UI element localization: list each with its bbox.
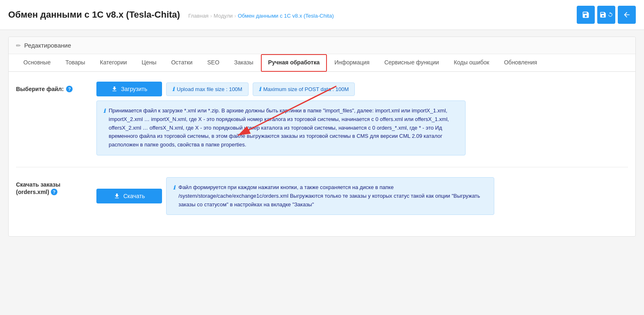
breadcrumb-modules[interactable]: Модули [214, 13, 233, 19]
tab-zakazy[interactable]: Заказы [227, 54, 261, 71]
header-actions [577, 6, 636, 24]
download-label: Скачать заказы [16, 181, 60, 188]
tab-obnovleniya[interactable]: Обновления [497, 54, 545, 71]
download-controls: Скачать ℹ Файл формируется при каждом на… [96, 177, 494, 215]
post-max-size-badge: ℹ Maximum size of POST data : 100M [253, 82, 355, 96]
breadcrumb-sep2: › [234, 13, 236, 19]
page-header: Обмен данными с 1С v8.x (Tesla-Chita) Гл… [0, 0, 644, 30]
upload-help-icon[interactable]: ? [66, 86, 73, 92]
download-button-label: Скачать [123, 193, 145, 199]
tab-informatsiya[interactable]: Информация [327, 54, 377, 71]
upload-button[interactable]: Загрузить [96, 82, 162, 96]
download-controls-row: Скачать ℹ Файл формируется при каждом на… [96, 177, 494, 215]
tab-tovary[interactable]: Товары [58, 54, 92, 71]
section-divider [16, 167, 628, 167]
pencil-icon: ✏ [16, 42, 21, 49]
tab-osnovnye[interactable]: Основные [16, 54, 58, 71]
info-icon-4: ℹ [173, 184, 175, 192]
info-icon-1: ℹ [172, 86, 174, 92]
upload-info-block: ℹ Принимается файл к загрузке *.xml или … [96, 100, 466, 155]
download-label2: (orders.xml) [16, 189, 49, 195]
download-help-icon[interactable]: ? [51, 189, 57, 195]
upload-max-size-text: Upload max file size : 100M [177, 86, 242, 92]
breadcrumb: Главная › Модули › Обмен данными с 1С v8… [188, 13, 334, 19]
save-button[interactable] [577, 6, 595, 24]
info-icon-2: ℹ [259, 86, 261, 92]
section-header-label: Редактирование [24, 42, 71, 49]
save-refresh-button[interactable] [597, 6, 615, 24]
upload-max-size-badge: ℹ Upload max file size : 100M [166, 82, 249, 96]
back-button[interactable] [618, 6, 636, 24]
content-area: Выберите файл: ? Загрузить ℹ Upload max … [9, 72, 635, 236]
tab-kategorii[interactable]: Категории [93, 54, 135, 71]
download-row: Скачать заказы (orders.xml) ? Скачать ℹ [16, 177, 628, 215]
breadcrumb-sep1: › [210, 13, 212, 19]
tabs-bar: Основные Товары Категории Цены Остатки S… [9, 54, 635, 72]
upload-button-label: Загрузить [121, 86, 147, 92]
upload-info-text: Принимается файл к загрузке *.xml или *.… [109, 107, 459, 149]
upload-controls-row: Загрузить ℹ Upload max file size : 100M … [96, 82, 466, 96]
breadcrumb-current[interactable]: Обмен данными с 1С v8.x (Tesla-Chita) [238, 13, 334, 19]
header-left: Обмен данными с 1С v8.x (Tesla-Chita) Гл… [8, 9, 334, 20]
tab-seo[interactable]: SEO [200, 54, 227, 71]
upload-label: Выберите файл: [16, 86, 64, 92]
main-wrapper: ✏ Редактирование Основные Товары Категор… [0, 37, 644, 237]
tab-ruchnaya[interactable]: Ручная обработка [261, 54, 327, 72]
tab-kody[interactable]: Коды ошибок [446, 54, 497, 71]
download-button[interactable]: Скачать [96, 189, 162, 203]
section-panel: ✏ Редактирование Основные Товары Категор… [8, 37, 636, 237]
post-max-size-text: Maximum size of POST data : 100M [263, 86, 349, 92]
tab-tseny[interactable]: Цены [134, 54, 164, 71]
section-header: ✏ Редактирование [9, 37, 635, 54]
tab-ostatki[interactable]: Остатки [164, 54, 200, 71]
download-label-area: Скачать заказы (orders.xml) ? [16, 177, 90, 195]
tab-servisnye[interactable]: Сервисные функции [377, 54, 446, 71]
info-icon-3: ℹ [103, 107, 105, 116]
download-info-text: Файл формируется при каждом нажатии кноп… [178, 183, 487, 209]
page-title: Обмен данными с 1С v8.x (Tesla-Chita) [8, 9, 180, 20]
breadcrumb-home[interactable]: Главная [188, 13, 208, 19]
upload-label-area: Выберите файл: ? [16, 82, 90, 92]
upload-row: Выберите файл: ? Загрузить ℹ Upload max … [16, 82, 628, 155]
download-info-block: ℹ Файл формируется при каждом нажатии кн… [166, 177, 494, 215]
upload-controls: Загрузить ℹ Upload max file size : 100M … [96, 82, 466, 155]
